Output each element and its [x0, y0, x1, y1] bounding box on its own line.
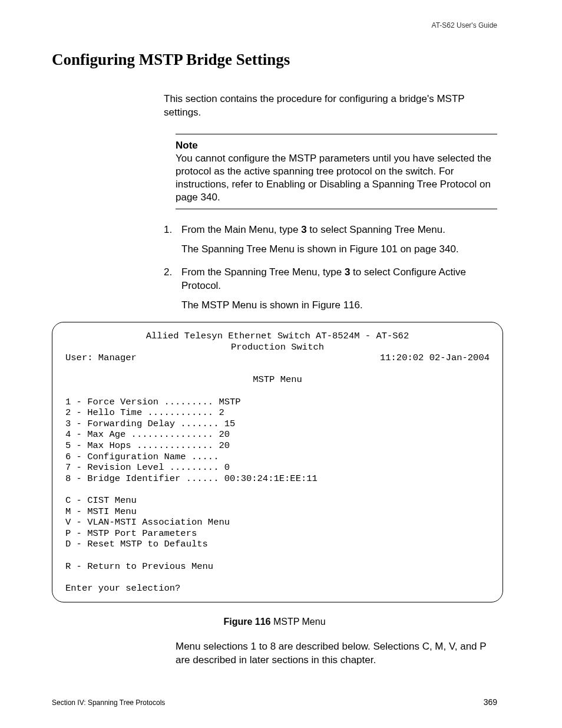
step-text-pre: From the Spanning Tree Menu, type [181, 266, 345, 278]
step-text: From the Spanning Tree Menu, type 3 to s… [181, 266, 497, 293]
after-paragraph: Menu selections 1 to 8 are described bel… [176, 640, 497, 667]
menu-item-r: R - Return to Previous Menu [65, 561, 490, 572]
terminal-title-2: Production Switch [65, 342, 490, 353]
menu-item-p: P - MSTP Port Parameters [65, 528, 490, 539]
figure-caption-text: MSTP Menu [270, 617, 325, 627]
menu-item-8: 8 - Bridge Identifier ...... 00:30:24:1E… [65, 473, 490, 485]
terminal-timestamp: 11:20:02 02-Jan-2004 [380, 353, 490, 364]
step-1-sub: The Spanning Tree Menu is shown in Figur… [181, 243, 497, 256]
step-number: 1. [164, 223, 174, 237]
step-key: 3 [345, 266, 350, 278]
step-2-sub: The MSTP Menu is shown in Figure 116. [181, 299, 497, 312]
terminal-title-1: Allied Telesyn Ethernet Switch AT-8524M … [65, 331, 490, 342]
note-text: You cannot configure the MSTP parameters… [176, 152, 497, 204]
footer-section-label: Section IV: Spanning Tree Protocols [52, 699, 165, 707]
menu-item-c: C - CIST Menu [65, 495, 490, 506]
menu-item-6: 6 - Configuration Name ..... [65, 452, 490, 463]
step-number: 2. [164, 266, 174, 293]
ordered-steps: 1. From the Main Menu, type 3 to select … [164, 223, 497, 312]
header-guide-name: AT-S62 User's Guide [432, 21, 497, 29]
footer-page-number: 369 [484, 697, 497, 707]
menu-item-2: 2 - Hello Time ............ 2 [65, 407, 490, 419]
terminal-menu-box: Allied Telesyn Ethernet Switch AT-8524M … [52, 322, 503, 602]
terminal-user: User: Manager [65, 353, 137, 364]
step-text-pre: From the Main Menu, type [181, 224, 301, 235]
menu-item-3: 3 - Forwarding Delay ....... 15 [65, 419, 490, 430]
intro-paragraph: This section contains the procedure for … [164, 93, 497, 120]
section-title: Configuring MSTP Bridge Settings [52, 51, 497, 69]
menu-item-d: D - Reset MSTP to Defaults [65, 539, 490, 550]
step-1: 1. From the Main Menu, type 3 to select … [164, 223, 497, 237]
note-box: Note You cannot configure the MSTP param… [176, 134, 497, 209]
menu-item-v: V - VLAN-MSTI Association Menu [65, 517, 490, 528]
figure-label: Figure 116 [223, 617, 270, 627]
terminal-status-line: User: Manager11:20:02 02-Jan-2004 [65, 353, 490, 364]
figure-caption: Figure 116 MSTP Menu [52, 617, 497, 627]
menu-item-1: 1 - Force Version ......... MSTP [65, 397, 490, 408]
step-text-post: to select Spanning Tree Menu. [307, 224, 445, 235]
step-text: From the Main Menu, type 3 to select Spa… [181, 223, 445, 237]
step-2: 2. From the Spanning Tree Menu, type 3 t… [164, 266, 497, 293]
menu-item-5: 5 - Max Hops .............. 20 [65, 440, 490, 452]
terminal-menu-title: MSTP Menu [65, 374, 490, 386]
page: AT-S62 User's Guide Configuring MSTP Bri… [0, 0, 562, 728]
menu-item-4: 4 - Max Age ............... 20 [65, 429, 490, 440]
note-label: Note [176, 139, 497, 152]
menu-item-7: 7 - Revision Level ......... 0 [65, 462, 490, 473]
step-key: 3 [301, 224, 306, 235]
menu-prompt: Enter your selection? [65, 583, 490, 594]
menu-item-m: M - MSTI Menu [65, 506, 490, 518]
